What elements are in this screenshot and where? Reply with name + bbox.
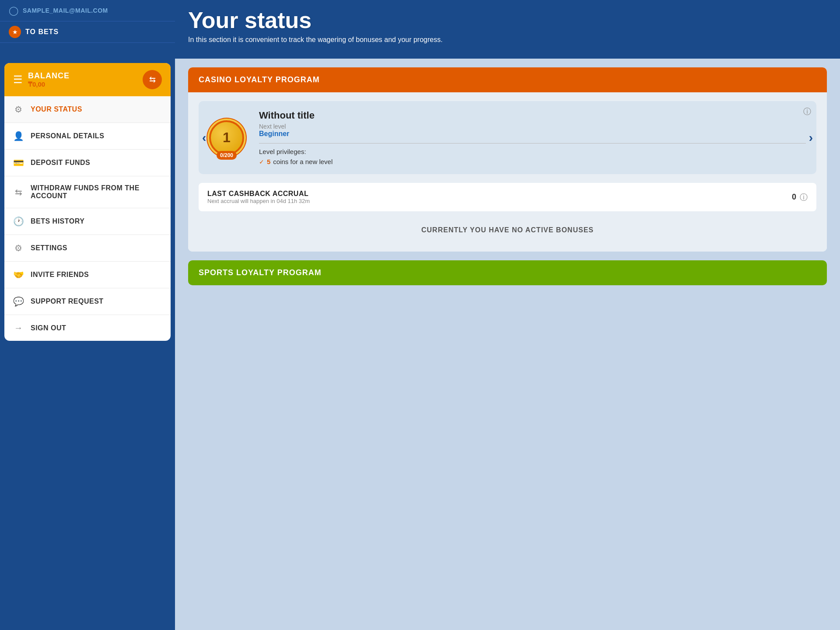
support-request-label: SUPPORT REQUEST	[31, 298, 104, 305]
level-progress-label: 0/200	[217, 151, 237, 160]
casino-loyalty-title: CASINO LOYALTY PROGRAM	[199, 75, 320, 84]
balance-label: BALANCE	[28, 71, 70, 80]
no-bonuses-button[interactable]: CURRENTLY YOU HAVE NO ACTIVE BONUSES	[199, 217, 816, 243]
sign-out-icon: →	[13, 323, 24, 333]
sidebar-item-your-status[interactable]: ⚙ YOUR STATUS	[4, 96, 171, 123]
casino-loyalty-body: ‹ 1 0/200 Without title Next level Begin…	[188, 92, 827, 252]
sidebar-item-invite-friends[interactable]: 🤝 INVITE FRIENDS	[4, 262, 171, 288]
level-badge: 1	[209, 120, 244, 155]
level-info: Without title Next level Beginner Level …	[255, 110, 806, 165]
email-row: ◯ SAMPLE_MAIL@MAIL.COM	[0, 0, 175, 21]
balance-left: ☰ BALANCE ₸0,00	[13, 71, 70, 88]
personal-details-label: PERSONAL DETAILS	[31, 132, 104, 140]
withdraw-funds-icon: ⇆	[13, 187, 24, 197]
invite-friends-icon: 🤝	[13, 270, 24, 280]
level-divider	[259, 143, 806, 144]
sports-loyalty-title: SPORTS LOYALTY PROGRAM	[199, 268, 322, 277]
page-title: Your status	[188, 7, 827, 33]
level-card: ‹ 1 0/200 Without title Next level Begin…	[199, 101, 816, 174]
sidebar-item-sign-out[interactable]: → SIGN OUT	[4, 315, 171, 341]
your-status-label: YOUR STATUS	[31, 105, 82, 113]
level-nav-right[interactable]: ›	[809, 131, 813, 145]
sidebar-item-settings[interactable]: ⚙ SETTINGS	[4, 235, 171, 262]
privilege-text: coins for a new level	[273, 158, 332, 165]
level-next-value: Beginner	[259, 130, 806, 138]
cashback-row: LAST CASHBACK ACCRUAL Next accrual will …	[199, 183, 816, 211]
page-header-content: Your status In this section it is conven…	[175, 0, 840, 59]
deposit-funds-icon: 💳	[13, 158, 24, 168]
cashback-info-icon[interactable]: ⓘ	[800, 192, 808, 203]
sidebar-item-support-request[interactable]: 💬 SUPPORT REQUEST	[4, 288, 171, 315]
page-subtitle: In this section it is convenient to trac…	[188, 36, 827, 44]
balance-text-group: BALANCE ₸0,00	[28, 71, 70, 88]
level-nav-left[interactable]: ‹	[202, 131, 206, 145]
check-icon: ✓	[259, 158, 264, 165]
content-area: CASINO LOYALTY PROGRAM ‹ 1 0/200 Without…	[175, 59, 840, 630]
cashback-right: 0 ⓘ	[792, 192, 808, 203]
cashback-value: 0	[792, 192, 796, 202]
sidebar-menu: ⚙ YOUR STATUS 👤 PERSONAL DETAILS 💳 DEPOS…	[4, 96, 171, 341]
balance-amount: ₸0,00	[28, 80, 70, 88]
settings-icon: ⚙	[13, 243, 24, 253]
support-request-icon: 💬	[13, 296, 24, 307]
sign-out-label: SIGN OUT	[31, 324, 66, 332]
main-layout: ☰ BALANCE ₸0,00 ⇆ ⚙ YOUR STATUS	[0, 59, 840, 630]
cashback-title: LAST CASHBACK ACCRUAL	[207, 190, 310, 198]
deposit-funds-label: DEPOSIT FUNDS	[31, 159, 90, 167]
sidebar-item-withdraw-funds[interactable]: ⇆ WITHDRAW FUNDS FROM THE ACCOUNT	[4, 176, 171, 208]
sidebar-header: ◯ SAMPLE_MAIL@MAIL.COM ★ TO BETS	[0, 0, 175, 59]
to-bets-row[interactable]: ★ TO BETS	[0, 21, 175, 43]
to-bets-label: TO BETS	[25, 28, 59, 36]
bets-history-icon: 🕐	[13, 216, 24, 227]
header-email: SAMPLE_MAIL@MAIL.COM	[23, 7, 108, 14]
bets-history-label: BETS HISTORY	[31, 217, 84, 225]
sidebar: ☰ BALANCE ₸0,00 ⇆ ⚙ YOUR STATUS	[0, 59, 175, 630]
your-status-icon: ⚙	[13, 104, 24, 115]
level-number: 1	[223, 130, 231, 146]
level-next-label: Next level	[259, 123, 806, 130]
casino-loyalty-section: CASINO LOYALTY PROGRAM ‹ 1 0/200 Without…	[188, 67, 827, 252]
settings-label: SETTINGS	[31, 244, 67, 252]
balance-card: ☰ BALANCE ₸0,00 ⇆	[4, 63, 171, 96]
privilege-coins: 5	[267, 158, 270, 165]
level-privilege-item: ✓ 5 coins for a new level	[259, 158, 806, 165]
level-badge-container: 1 0/200	[209, 120, 244, 155]
sports-loyalty-header: SPORTS LOYALTY PROGRAM	[188, 260, 827, 285]
personal-details-icon: 👤	[13, 131, 24, 141]
casino-loyalty-header: CASINO LOYALTY PROGRAM	[188, 67, 827, 92]
cashback-subtitle: Next accrual will happen in 04d 11h 32m	[207, 198, 310, 204]
balance-icon: ☰	[13, 74, 23, 86]
sidebar-item-deposit-funds[interactable]: 💳 DEPOSIT FUNDS	[4, 150, 171, 176]
level-title: Without title	[259, 110, 806, 121]
sidebar-item-bets-history[interactable]: 🕐 BETS HISTORY	[4, 208, 171, 235]
sidebar-item-personal-details[interactable]: 👤 PERSONAL DETAILS	[4, 123, 171, 150]
sports-loyalty-section: SPORTS LOYALTY PROGRAM	[188, 260, 827, 285]
balance-action-button[interactable]: ⇆	[143, 70, 162, 89]
star-icon: ★	[9, 26, 21, 38]
email-icon: ◯	[9, 5, 18, 16]
withdraw-funds-label: WITHDRAW FUNDS FROM THE ACCOUNT	[31, 184, 162, 200]
invite-friends-label: INVITE FRIENDS	[31, 271, 89, 279]
level-info-icon[interactable]: ⓘ	[803, 106, 811, 117]
level-privileges-label: Level privileges:	[259, 148, 806, 155]
sidebar-inner: ☰ BALANCE ₸0,00 ⇆ ⚙ YOUR STATUS	[4, 63, 171, 341]
top-header: ◯ SAMPLE_MAIL@MAIL.COM ★ TO BETS Your st…	[0, 0, 840, 59]
cashback-left: LAST CASHBACK ACCRUAL Next accrual will …	[207, 190, 310, 204]
